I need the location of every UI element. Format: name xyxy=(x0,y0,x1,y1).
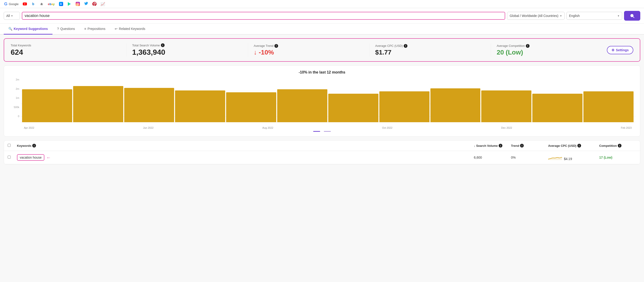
tab-prepositions[interactable]: ≡ Prepositions xyxy=(80,24,110,34)
prepositions-icon: ≡ xyxy=(84,27,86,31)
bar-mar2023[interactable] xyxy=(584,91,634,122)
row-checkbox-cell xyxy=(8,156,17,159)
bar-sep2022[interactable] xyxy=(277,89,327,122)
keyword-suggestions-icon: 🔍 xyxy=(8,27,12,31)
instagram-icon xyxy=(76,2,80,6)
search-input-wrap xyxy=(22,12,505,20)
x-axis: Apr 2022 Jun 2022 Aug 2022 Oct 2022 Dec … xyxy=(20,126,636,129)
legend-item-1 xyxy=(313,131,320,132)
legend-line-2 xyxy=(324,131,331,132)
bar-may2022[interactable] xyxy=(73,86,123,122)
language-chevron-icon: ▼ xyxy=(617,14,620,17)
bar-nov2022[interactable] xyxy=(379,91,430,122)
avg-competition-info-icon[interactable]: i xyxy=(526,44,530,48)
tab-keyword-suggestions[interactable]: 🔍 Keyword Suggestions xyxy=(4,24,52,34)
bookmark-bing[interactable]: b xyxy=(31,2,35,6)
tab-questions-label: Questions xyxy=(60,27,75,31)
bar-aug2022[interactable] xyxy=(226,92,276,122)
divider-2 xyxy=(248,43,248,57)
bookmark-amazon[interactable]: a xyxy=(40,2,44,6)
bar-dec2022[interactable] xyxy=(430,88,480,122)
col-trend-header: Trend i xyxy=(511,144,548,147)
keyword-value: vacation house xyxy=(17,154,44,161)
bar-feb2023[interactable] xyxy=(532,94,582,122)
total-search-volume-block: Total Search Volume i 1,363,940 xyxy=(132,43,242,57)
y-label-2m-mid: 2m xyxy=(16,87,19,90)
bookmark-trends[interactable]: 📈 xyxy=(101,2,105,6)
svg-rect-0 xyxy=(76,2,80,6)
row-checkbox[interactable] xyxy=(8,156,11,159)
type-dropdown-label: All xyxy=(6,14,10,18)
bookmark-instagram[interactable] xyxy=(76,2,80,6)
twitter-icon xyxy=(84,2,88,6)
x-label-dec2022: Dec 2022 xyxy=(501,126,512,129)
trend-header-info[interactable]: i xyxy=(520,144,524,147)
location-dropdown[interactable]: Global / Worldwide (All Countries) ▼ xyxy=(507,12,564,20)
select-all-checkbox[interactable] xyxy=(8,144,11,147)
search-bar: All ▼ Global / Worldwide (All Countries)… xyxy=(0,8,644,24)
avg-cpc-cell: $4.19 xyxy=(548,154,599,161)
location-label: Global / Worldwide (All Countries) xyxy=(510,14,558,18)
divider-1 xyxy=(126,43,126,57)
questions-icon: ? xyxy=(57,27,59,31)
avg-competition-block: Average Competition i 20 (Low) xyxy=(496,44,606,56)
col-keywords-header: Keywords i xyxy=(17,144,474,147)
avg-cpc-info-icon[interactable]: i xyxy=(404,44,408,48)
google-icon: G xyxy=(4,2,8,6)
tab-questions[interactable]: ? Questions xyxy=(52,24,80,34)
settings-gear-icon: ⚙ xyxy=(612,48,614,52)
keywords-header-info[interactable]: i xyxy=(32,144,36,147)
bookmark-appstore[interactable]: A xyxy=(59,2,63,6)
bookmark-twitter[interactable] xyxy=(84,2,88,6)
search-button[interactable] xyxy=(624,11,640,21)
tab-related-keywords-label: Related Keywords xyxy=(119,27,145,31)
divider-4 xyxy=(491,43,491,57)
youtube-icon xyxy=(23,2,27,6)
search-volume-header-info[interactable]: i xyxy=(499,144,502,147)
svg-point-3 xyxy=(78,3,79,3)
chart-area: 2m 2m 1m 500k 0 xyxy=(8,78,636,129)
avg-cpc-header-info[interactable]: i xyxy=(577,144,581,147)
y-label-500k: 500k xyxy=(14,106,19,109)
settings-button[interactable]: ⚙ Settings xyxy=(607,46,633,54)
bookmark-youtube[interactable] xyxy=(23,2,27,6)
y-axis: 2m 2m 1m 500k 0 xyxy=(8,78,20,120)
type-chevron-icon: ▼ xyxy=(11,14,13,17)
total-search-volume-value: 1,363,940 xyxy=(132,48,236,57)
bar-apr2022[interactable] xyxy=(22,89,72,122)
x-label-jun2022: Jun 2022 xyxy=(143,126,154,129)
bookmark-google[interactable]: G Google xyxy=(4,2,18,6)
avg-trend-info-icon[interactable]: i xyxy=(274,44,278,48)
col-avg-cpc-header: Average CPC (USD) i xyxy=(548,144,599,147)
x-label-feb2023: Feb 2023 xyxy=(621,126,632,129)
legend-item-2 xyxy=(324,131,331,132)
bookmark-pinterest[interactable] xyxy=(92,2,96,6)
ebay-icon: ebay xyxy=(48,2,55,6)
trend-sparkline xyxy=(548,154,562,160)
language-dropdown[interactable]: English ▼ xyxy=(566,12,622,20)
bar-jul2022[interactable] xyxy=(175,90,225,122)
bar-jun2022[interactable] xyxy=(124,88,174,122)
type-dropdown[interactable]: All ▼ xyxy=(4,12,20,20)
stats-card: Total Keywords 624 Total Search Volume i… xyxy=(4,38,640,62)
bar-oct2022[interactable] xyxy=(328,94,378,122)
search-input[interactable] xyxy=(24,14,502,18)
related-keywords-icon: ↩ xyxy=(115,27,118,31)
col-search-volume-header[interactable]: ↓ Search Volume i xyxy=(474,144,511,147)
main-content: Total Keywords 624 Total Search Volume i… xyxy=(0,34,644,168)
bookmark-ebay[interactable]: ebay xyxy=(48,2,55,6)
bookmark-play[interactable] xyxy=(67,2,72,6)
avg-trend-block: Average Trend i ↓ -10% xyxy=(254,44,364,56)
total-keywords-value: 624 xyxy=(11,48,114,57)
x-label-oct2022: Oct 2022 xyxy=(382,126,392,129)
bar-jan2023[interactable] xyxy=(481,90,532,122)
avg-competition-value: 20 (Low) xyxy=(496,49,600,56)
search-volume-info-icon[interactable]: i xyxy=(161,43,164,47)
legend-line-1 xyxy=(313,131,320,132)
location-chevron-icon: ▼ xyxy=(560,14,562,17)
table-row: vacation house ← 6,600 0% $4.19 17 (Low) xyxy=(4,151,640,164)
tab-related-keywords[interactable]: ↩ Related Keywords xyxy=(110,24,150,34)
competition-header-info[interactable]: i xyxy=(618,144,622,147)
divider-3 xyxy=(369,43,370,57)
avg-trend-label: Average Trend i xyxy=(254,44,357,48)
